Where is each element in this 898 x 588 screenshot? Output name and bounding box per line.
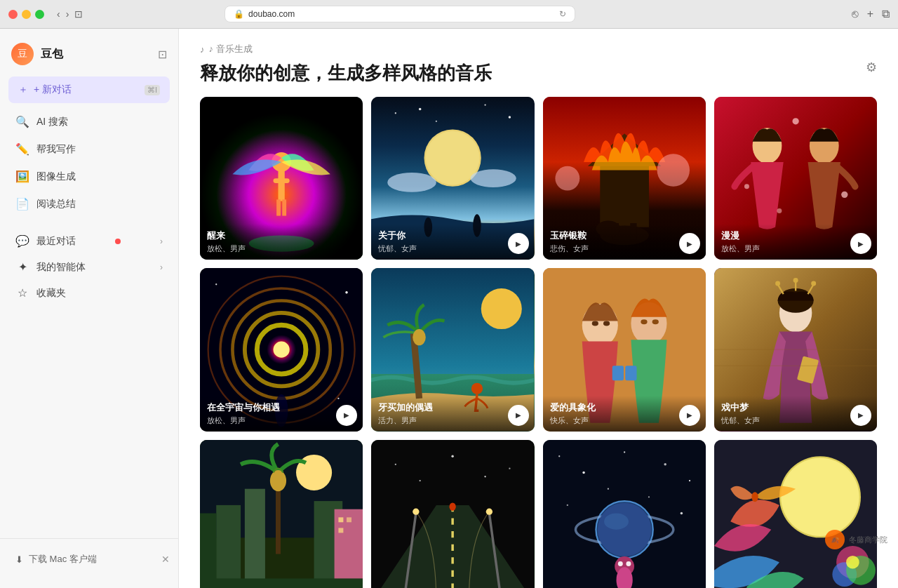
new-chat-label: + 新对话 (34, 83, 72, 96)
sidebar-toggle-button[interactable]: ⊡ (158, 48, 167, 61)
svg-point-128 (846, 555, 859, 568)
copy-button[interactable]: ⧉ (882, 8, 890, 20)
chevron-right-icon: › (160, 236, 163, 246)
card-4-tags: 放松、男声 (721, 243, 870, 254)
bookmarks-label: 收藏夹 (36, 287, 66, 300)
svg-point-85 (270, 469, 286, 490)
svg-point-104 (582, 471, 584, 473)
svg-rect-90 (200, 578, 363, 588)
music-card-10[interactable] (371, 440, 534, 589)
sidebar-header: 豆 豆包 ⊡ (0, 37, 178, 76)
card-7-play-button[interactable]: ▶ (679, 405, 700, 426)
svg-point-96 (395, 463, 396, 465)
svg-point-9 (419, 108, 421, 110)
share-button[interactable]: ⎋ (852, 8, 859, 20)
svg-rect-87 (338, 517, 343, 522)
nav-label-writing: 帮我写作 (36, 143, 76, 156)
card-5-play-button[interactable]: ▶ (336, 405, 357, 426)
svg-point-123 (781, 457, 859, 535)
svg-point-51 (481, 288, 522, 329)
sidebar-item-ai-search[interactable]: 🔍 AI 搜索 (8, 109, 170, 135)
svg-point-23 (555, 166, 579, 191)
svg-rect-80 (216, 505, 241, 588)
svg-point-97 (452, 455, 454, 457)
settings-button[interactable]: ⚙ (866, 60, 877, 75)
nav-label-reading: 阅读总结 (36, 198, 76, 211)
svg-rect-89 (338, 528, 343, 533)
card-11-art (543, 440, 706, 589)
music-card-8[interactable]: 戏中梦 忧郁、女声 ▶ (714, 268, 877, 431)
chat-icon: 💬 (15, 234, 29, 248)
svg-rect-3 (274, 178, 290, 183)
svg-point-103 (558, 455, 560, 457)
svg-point-12 (509, 116, 511, 118)
music-card-7[interactable]: 爱的具象化 快乐、女声 ▶ (543, 268, 706, 431)
page-title: 释放你的创意，生成多样风格的音乐 (200, 61, 492, 86)
maximize-button[interactable] (35, 10, 44, 19)
music-card-6[interactable]: 牙买加的偶遇 活力、男声 ▶ (371, 268, 534, 431)
music-card-5[interactable]: 在全宇宙与你相遇 放松、男声 ▶ (200, 268, 363, 431)
app-container: 豆 豆包 ⊡ ＋ + 新对话 ⌘I 🔍 AI 搜索 ✏️ 帮我写作 🖼️ 图像生… (0, 29, 898, 588)
svg-point-106 (664, 463, 666, 465)
card-8-play-button[interactable]: ▶ (850, 405, 871, 426)
new-tab-button[interactable]: + (867, 8, 873, 20)
download-mac-button[interactable]: ⬇ 下载 Mac 客户端 (8, 547, 161, 571)
svg-rect-2 (278, 168, 284, 201)
svg-point-108 (566, 504, 568, 505)
main-content: ♪ ♪ 音乐生成 释放你的创意，生成多样风格的音乐 ⚙ (179, 29, 898, 588)
music-card-12[interactable] (714, 440, 877, 589)
svg-point-116 (604, 513, 629, 529)
card-3-play-button[interactable]: ▶ (679, 233, 700, 254)
svg-point-32 (792, 118, 798, 124)
svg-point-34 (841, 192, 847, 198)
music-card-2[interactable]: 关于你 忧郁、女声 ▶ (371, 97, 534, 260)
unread-badge (115, 239, 121, 244)
sidebar-item-writing[interactable]: ✏️ 帮我写作 (8, 136, 170, 162)
svg-point-15 (387, 173, 436, 192)
svg-point-33 (744, 184, 749, 189)
agent-icon: ✦ (15, 260, 29, 274)
svg-rect-81 (245, 488, 265, 588)
svg-point-10 (436, 121, 437, 122)
address-bar[interactable]: 🔒 doubao.com ↻ (224, 6, 575, 22)
back-button[interactable]: ‹ (57, 8, 60, 20)
svg-point-105 (623, 451, 624, 453)
music-card-9[interactable] (200, 440, 363, 589)
sidebar-item-bookmarks[interactable]: ☆ 收藏夹 (8, 280, 170, 306)
edit-icon: ✏️ (15, 142, 29, 156)
search-icon: 🔍 (15, 115, 29, 128)
card-1-tags: 放松、男声 (207, 243, 356, 254)
lock-icon: 🔒 (234, 9, 244, 19)
close-button[interactable] (8, 10, 18, 19)
close-download-button[interactable]: ✕ (161, 554, 170, 565)
agent-label: 我的智能体 (36, 261, 86, 274)
card-6-play-button[interactable]: ▶ (508, 405, 529, 426)
new-chat-button[interactable]: ＋ + 新对话 ⌘I (8, 76, 170, 103)
card-5-title: 在全宇宙与你相遇 (207, 401, 356, 414)
sidebar-item-image-gen[interactable]: 🖼️ 图像生成 (8, 163, 170, 189)
card-6-tags: 活力、男声 (378, 415, 527, 426)
card-6-title: 牙买加的偶遇 (378, 401, 527, 414)
browser-actions: ⎋ + ⧉ (852, 8, 890, 20)
music-card-1[interactable]: 醒来 放松、男声 (200, 97, 363, 260)
sidebar-item-reading[interactable]: 📄 阅读总结 (8, 191, 170, 217)
card-2-play-button[interactable]: ▶ (508, 233, 529, 254)
sidebar-footer: ⬇ 下载 Mac 客户端 ✕ (0, 538, 178, 580)
svg-point-11 (485, 104, 486, 105)
minimize-button[interactable] (22, 10, 31, 19)
doc-icon: 📄 (15, 197, 29, 211)
sidebar-item-agent[interactable]: ✦ 我的智能体 › (8, 254, 170, 280)
card-7-title: 爱的具象化 (550, 401, 699, 414)
content-inner: ♪ ♪ 音乐生成 释放你的创意，生成多样风格的音乐 ⚙ (179, 29, 898, 588)
music-card-11[interactable] (543, 440, 706, 589)
window-btn[interactable]: ⊡ (74, 8, 83, 20)
forward-button[interactable]: › (66, 8, 69, 20)
reload-icon[interactable]: ↻ (559, 9, 566, 19)
music-card-3[interactable]: 玉碎银鞍 悲伤、女声 ▶ (543, 97, 706, 260)
sidebar-item-recent[interactable]: 💬 最近对话 › (8, 228, 170, 254)
music-card-4[interactable]: 漫漫 放松、男声 ▶ (714, 97, 877, 260)
svg-rect-59 (612, 366, 623, 381)
svg-rect-83 (200, 513, 216, 588)
svg-point-73 (811, 281, 816, 286)
svg-point-63 (641, 319, 647, 324)
